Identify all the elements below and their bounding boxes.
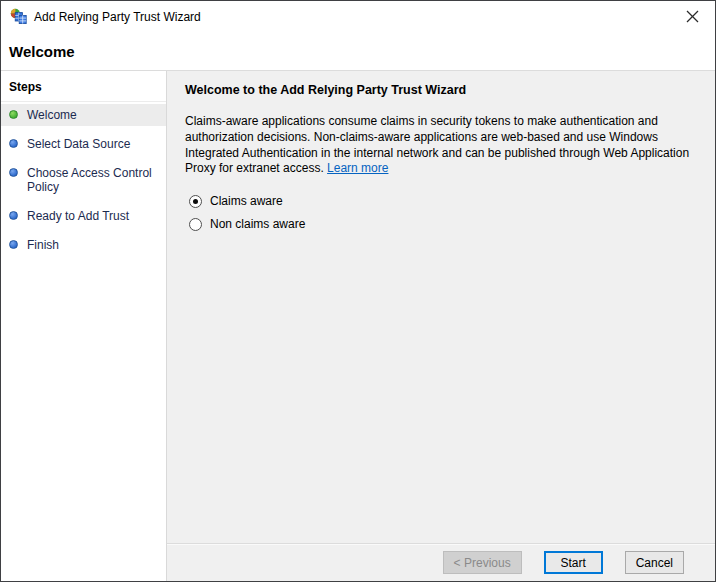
page-header: Welcome: [1, 32, 715, 71]
learn-more-link[interactable]: Learn more: [327, 161, 388, 175]
step-item-finish[interactable]: Finish: [1, 234, 166, 256]
step-item-select-data-source[interactable]: Select Data Source: [1, 133, 166, 155]
content-heading: Welcome to the Add Relying Party Trust W…: [185, 83, 699, 97]
step-item-welcome[interactable]: Welcome: [1, 104, 166, 126]
radio-claims-aware[interactable]: Claims aware: [189, 194, 699, 208]
application-type-radio-group: Claims aware Non claims aware: [185, 194, 699, 231]
blue-dot-icon: [9, 240, 18, 249]
description-body: Claims-aware applications consume claims…: [185, 114, 689, 175]
cancel-button[interactable]: Cancel: [625, 551, 684, 574]
steps-sidebar: Steps Welcome Select Data Source Choose …: [1, 71, 167, 581]
previous-button: < Previous: [443, 551, 522, 574]
step-label: Welcome: [27, 108, 77, 122]
radio-label: Non claims aware: [210, 217, 305, 231]
radio-label: Claims aware: [210, 194, 283, 208]
radio-selected-icon: [189, 195, 202, 208]
close-icon: [686, 10, 699, 23]
radio-non-claims-aware[interactable]: Non claims aware: [189, 217, 699, 231]
radio-unselected-icon: [189, 218, 202, 231]
welcome-content: Welcome to the Add Relying Party Trust W…: [167, 71, 715, 543]
step-item-ready-to-add-trust[interactable]: Ready to Add Trust: [1, 205, 166, 227]
steps-list: Welcome Select Data Source Choose Access…: [1, 104, 166, 256]
steps-heading: Steps: [1, 71, 166, 102]
step-label: Finish: [27, 238, 59, 252]
wizard-window: Add Relying Party Trust Wizard Welcome S…: [0, 0, 716, 582]
step-label: Ready to Add Trust: [27, 209, 129, 223]
close-button[interactable]: [670, 1, 715, 32]
green-dot-icon: [9, 110, 18, 119]
title-bar: Add Relying Party Trust Wizard: [1, 1, 715, 32]
main-panel: Welcome to the Add Relying Party Trust W…: [167, 71, 715, 581]
step-item-choose-access-control-policy[interactable]: Choose Access Control Policy: [1, 162, 166, 198]
adfs-wizard-icon: [10, 8, 27, 25]
start-button[interactable]: Start: [544, 551, 603, 574]
step-label: Select Data Source: [27, 137, 130, 151]
blue-dot-icon: [9, 139, 18, 148]
page-title: Welcome: [9, 43, 75, 60]
blue-dot-icon: [9, 168, 18, 177]
blue-dot-icon: [9, 211, 18, 220]
description-text: Claims-aware applications consume claims…: [185, 114, 699, 177]
wizard-button-bar: < Previous Start Cancel: [167, 543, 715, 581]
window-title: Add Relying Party Trust Wizard: [34, 10, 201, 24]
step-label: Choose Access Control Policy: [27, 166, 160, 194]
